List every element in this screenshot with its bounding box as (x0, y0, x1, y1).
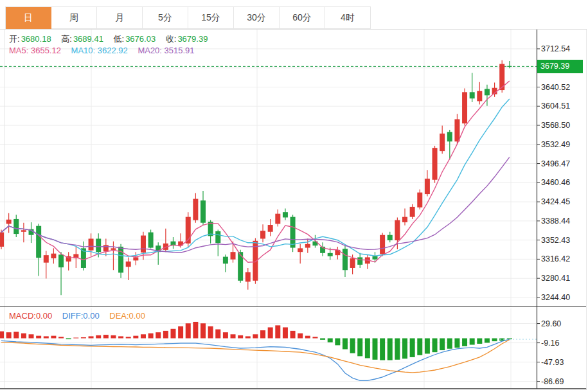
macd-bar[interactable] (402, 339, 407, 359)
macd-bar[interactable] (305, 336, 310, 339)
candle-body[interactable] (96, 239, 101, 253)
macd-bar[interactable] (118, 336, 123, 338)
macd-bar[interactable] (343, 339, 348, 350)
macd-bar[interactable] (81, 337, 86, 339)
candle-body[interactable] (380, 235, 385, 254)
candle-body[interactable] (470, 92, 475, 98)
macd-bar[interactable] (103, 335, 109, 338)
candle-body[interactable] (193, 199, 198, 220)
macd-bar[interactable] (163, 331, 168, 339)
macd-bar[interactable] (156, 332, 161, 338)
macd-bar[interactable] (193, 322, 198, 339)
macd-bar[interactable] (89, 336, 94, 338)
candle-body[interactable] (111, 248, 116, 249)
candle-body[interactable] (268, 225, 273, 232)
candle-body[interactable] (21, 230, 26, 231)
macd-bar[interactable] (148, 333, 154, 339)
macd-bar[interactable] (275, 325, 280, 338)
candle-body[interactable] (231, 252, 236, 260)
candle-body[interactable] (477, 91, 482, 102)
macd-bar[interactable] (335, 339, 340, 346)
candle-body[interactable] (118, 247, 123, 273)
candlestick-chart[interactable] (0, 0, 588, 390)
candle-body[interactable] (350, 258, 355, 268)
tab-30min[interactable]: 30分 (234, 7, 280, 29)
macd-bar[interactable] (51, 336, 56, 339)
macd-bar[interactable] (373, 339, 378, 360)
candle-body[interactable] (417, 193, 422, 208)
macd-bar[interactable] (238, 335, 243, 339)
tab-week[interactable]: 周 (51, 7, 97, 29)
macd-bar[interactable] (178, 326, 183, 339)
macd-bar[interactable] (223, 332, 228, 338)
macd-bar[interactable] (454, 339, 459, 348)
macd-bar[interactable] (66, 339, 71, 340)
candle-body[interactable] (148, 233, 154, 248)
candle-body[interactable] (454, 120, 459, 142)
macd-bar[interactable] (133, 336, 138, 339)
candle-body[interactable] (388, 235, 393, 240)
macd-bar[interactable] (425, 339, 430, 354)
macd-bar[interactable] (253, 334, 258, 338)
tab-4hour[interactable]: 4时 (325, 7, 371, 29)
candle-body[interactable] (141, 236, 146, 253)
candle-body[interactable] (485, 89, 490, 95)
macd-bar[interactable] (215, 330, 220, 339)
macd-bar[interactable] (395, 339, 400, 360)
candle-body[interactable] (305, 244, 310, 248)
macd-bar[interactable] (283, 327, 288, 338)
candle-body[interactable] (432, 148, 438, 180)
macd-bar[interactable] (298, 333, 303, 339)
candle-body[interactable] (0, 233, 4, 247)
macd-bar[interactable] (73, 338, 78, 339)
macd-bar[interactable] (440, 339, 445, 351)
candle-body[interactable] (103, 245, 109, 251)
macd-bar[interactable] (290, 331, 296, 339)
tab-5min[interactable]: 5分 (143, 7, 188, 29)
macd-bar[interactable] (417, 339, 422, 355)
macd-bar[interactable] (6, 332, 12, 338)
macd-bar[interactable] (21, 333, 26, 339)
candle-body[interactable] (58, 254, 64, 267)
macd-bar[interactable] (477, 339, 482, 344)
macd-bar[interactable] (485, 339, 490, 343)
candle-body[interactable] (283, 212, 288, 217)
candle-body[interactable] (290, 217, 296, 248)
macd-bar[interactable] (58, 337, 64, 338)
macd-bar[interactable] (260, 330, 265, 338)
macd-bar[interactable] (141, 334, 146, 338)
candle-body[interactable] (298, 248, 303, 252)
macd-bar[interactable] (200, 323, 206, 338)
macd-bar[interactable] (432, 339, 438, 353)
macd-bar[interactable] (0, 332, 4, 339)
macd-bar[interactable] (170, 329, 175, 339)
macd-bar[interactable] (320, 339, 325, 340)
candle-body[interactable] (447, 132, 452, 141)
macd-bar[interactable] (13, 332, 19, 338)
macd-bar[interactable] (231, 334, 236, 338)
macd-bar[interactable] (312, 337, 317, 338)
candle-body[interactable] (402, 217, 407, 222)
macd-bar[interactable] (388, 339, 393, 360)
candle-body[interactable] (200, 200, 206, 223)
macd-bar[interactable] (380, 339, 385, 360)
macd-bar[interactable] (111, 335, 116, 339)
tab-60min[interactable]: 60分 (280, 7, 325, 29)
candle-body[interactable] (133, 257, 138, 260)
macd-bar[interactable] (96, 335, 101, 339)
macd-bar[interactable] (36, 336, 41, 339)
tab-month[interactable]: 月 (97, 7, 143, 29)
candle-body[interactable] (328, 253, 333, 256)
macd-bar[interactable] (44, 336, 49, 338)
candle-body[interactable] (44, 255, 49, 263)
candle-body[interactable] (215, 231, 220, 243)
candle-body[interactable] (275, 214, 280, 224)
candle-body[interactable] (245, 272, 251, 282)
candle-body[interactable] (13, 219, 19, 234)
candle-body[interactable] (440, 134, 445, 151)
macd-bar[interactable] (365, 339, 370, 359)
candle-body[interactable] (260, 231, 265, 238)
candle-body[interactable] (36, 226, 41, 258)
candle-body[interactable] (126, 261, 131, 267)
macd-bar[interactable] (186, 323, 191, 338)
